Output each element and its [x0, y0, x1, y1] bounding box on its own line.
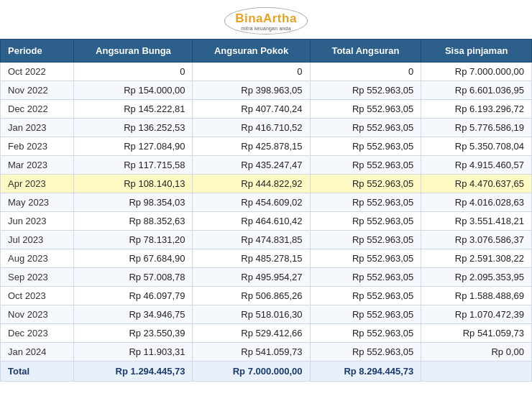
cell-periode: Mar 2023 [1, 155, 74, 174]
cell-total: Rp 552.963,05 [310, 230, 421, 249]
cell-total: 0 [310, 62, 421, 80]
cell-bunga: Rp 98.354,03 [74, 193, 193, 211]
cell-sisa: Rp 1.588.488,69 [421, 286, 532, 305]
cell-sisa: Rp 0,00 [421, 342, 532, 361]
footer-pokok: Rp 7.000.000,00 [193, 361, 310, 381]
cell-pokok: Rp 541.059,73 [193, 342, 310, 361]
app-header: BinaArtha mitra keuangan anda [0, 0, 532, 39]
table-row: Jun 2023Rp 88.352,63Rp 464.610,42Rp 552.… [1, 211, 532, 230]
table-row: Mar 2023Rp 117.715,58Rp 435.247,47Rp 552… [1, 155, 532, 174]
footer-total: Rp 8.294.445,73 [310, 361, 421, 381]
cell-bunga: Rp 57.008,78 [74, 267, 193, 286]
cell-bunga: Rp 11.903,31 [74, 342, 193, 361]
col-total: Total Angsuran [310, 39, 421, 62]
cell-bunga: Rp 136.252,53 [74, 118, 193, 137]
col-pokok: Angsuran Pokok [193, 39, 310, 62]
cell-bunga: Rp 145.222,81 [74, 99, 193, 118]
table-row: Jul 2023Rp 78.131,20Rp 474.831,85Rp 552.… [1, 230, 532, 249]
table-row: Nov 2023Rp 34.946,75Rp 518.016,30Rp 552.… [1, 305, 532, 323]
cell-pokok: Rp 398.963,05 [193, 80, 310, 99]
cell-periode: Feb 2023 [1, 137, 74, 155]
cell-sisa: Rp 6.193.296,72 [421, 99, 532, 118]
cell-sisa: Rp 2.591.308,22 [421, 249, 532, 267]
cell-bunga: Rp 88.352,63 [74, 211, 193, 230]
footer-sisa [421, 361, 532, 381]
cell-sisa: Rp 6.601.036,95 [421, 80, 532, 99]
logo: BinaArtha mitra keuangan anda [224, 7, 308, 34]
table-row: May 2023Rp 98.354,03Rp 454.609,02Rp 552.… [1, 193, 532, 211]
table-row: Dec 2023Rp 23.550,39Rp 529.412,66Rp 552.… [1, 323, 532, 342]
cell-sisa: Rp 2.095.353,95 [421, 267, 532, 286]
cell-periode: Oct 2022 [1, 62, 74, 80]
cell-bunga: Rp 108.140,13 [74, 174, 193, 193]
cell-periode: Jan 2023 [1, 118, 74, 137]
cell-bunga: Rp 67.684,90 [74, 249, 193, 267]
table-row: Aug 2023Rp 67.684,90Rp 485.278,15Rp 552.… [1, 249, 532, 267]
cell-periode: Apr 2023 [1, 174, 74, 193]
cell-total: Rp 552.963,05 [310, 305, 421, 323]
logo-name-part2: Artha [263, 11, 297, 25]
logo-name: BinaArtha [235, 12, 297, 26]
cell-bunga: Rp 154.000,00 [74, 80, 193, 99]
cell-total: Rp 552.963,05 [310, 286, 421, 305]
cell-sisa: Rp 541.059,73 [421, 323, 532, 342]
cell-periode: Nov 2023 [1, 305, 74, 323]
cell-sisa: Rp 5.350.708,04 [421, 137, 532, 155]
table-row: Feb 2023Rp 127.084,90Rp 425.878,15Rp 552… [1, 137, 532, 155]
table-row: Jan 2024Rp 11.903,31Rp 541.059,73Rp 552.… [1, 342, 532, 361]
cell-pokok: Rp 444.822,92 [193, 174, 310, 193]
cell-periode: Dec 2022 [1, 99, 74, 118]
cell-periode: Jul 2023 [1, 230, 74, 249]
cell-bunga: Rp 117.715,58 [74, 155, 193, 174]
cell-sisa: Rp 5.776.586,19 [421, 118, 532, 137]
cell-pokok: Rp 454.609,02 [193, 193, 310, 211]
cell-total: Rp 552.963,05 [310, 99, 421, 118]
cell-pokok: 0 [193, 62, 310, 80]
cell-sisa: Rp 4.470.637,65 [421, 174, 532, 193]
col-bunga: Angsuran Bunga [74, 39, 193, 62]
cell-total: Rp 552.963,05 [310, 155, 421, 174]
cell-bunga: Rp 78.131,20 [74, 230, 193, 249]
table-row: Oct 2023Rp 46.097,79Rp 506.865,26Rp 552.… [1, 286, 532, 305]
footer-label: Total [1, 361, 74, 381]
cell-pokok: Rp 407.740,24 [193, 99, 310, 118]
cell-total: Rp 552.963,05 [310, 118, 421, 137]
cell-total: Rp 552.963,05 [310, 267, 421, 286]
table-footer-row: Total Rp 1.294.445,73 Rp 7.000.000,00 Rp… [1, 361, 532, 381]
cell-bunga: 0 [74, 62, 193, 80]
cell-bunga: Rp 34.946,75 [74, 305, 193, 323]
table-header-row: Periode Angsuran Bunga Angsuran Pokok To… [1, 39, 532, 62]
footer-bunga: Rp 1.294.445,73 [74, 361, 193, 381]
cell-pokok: Rp 416.710,52 [193, 118, 310, 137]
cell-pokok: Rp 485.278,15 [193, 249, 310, 267]
cell-pokok: Rp 518.016,30 [193, 305, 310, 323]
cell-pokok: Rp 495.954,27 [193, 267, 310, 286]
cell-periode: Nov 2022 [1, 80, 74, 99]
cell-sisa: Rp 3.076.586,37 [421, 230, 532, 249]
cell-periode: May 2023 [1, 193, 74, 211]
cell-bunga: Rp 23.550,39 [74, 323, 193, 342]
cell-total: Rp 552.963,05 [310, 323, 421, 342]
cell-total: Rp 552.963,05 [310, 249, 421, 267]
cell-total: Rp 552.963,05 [310, 137, 421, 155]
cell-pokok: Rp 474.831,85 [193, 230, 310, 249]
cell-bunga: Rp 46.097,79 [74, 286, 193, 305]
cell-sisa: Rp 4.016.028,63 [421, 193, 532, 211]
table-row: Apr 2023Rp 108.140,13Rp 444.822,92Rp 552… [1, 174, 532, 193]
cell-total: Rp 552.963,05 [310, 193, 421, 211]
cell-pokok: Rp 435.247,47 [193, 155, 310, 174]
cell-pokok: Rp 529.412,66 [193, 323, 310, 342]
cell-pokok: Rp 425.878,15 [193, 137, 310, 155]
cell-total: Rp 552.963,05 [310, 174, 421, 193]
col-sisa: Sisa pinjaman [421, 39, 532, 62]
cell-periode: Dec 2023 [1, 323, 74, 342]
table-row: Sep 2023Rp 57.008,78Rp 495.954,27Rp 552.… [1, 267, 532, 286]
cell-total: Rp 552.963,05 [310, 211, 421, 230]
col-periode: Periode [1, 39, 74, 62]
cell-bunga: Rp 127.084,90 [74, 137, 193, 155]
cell-total: Rp 552.963,05 [310, 80, 421, 99]
table-row: Dec 2022Rp 145.222,81Rp 407.740,24Rp 552… [1, 99, 532, 118]
cell-sisa: Rp 7.000.000,00 [421, 62, 532, 80]
cell-sisa: Rp 1.070.472,39 [421, 305, 532, 323]
cell-periode: Oct 2023 [1, 286, 74, 305]
